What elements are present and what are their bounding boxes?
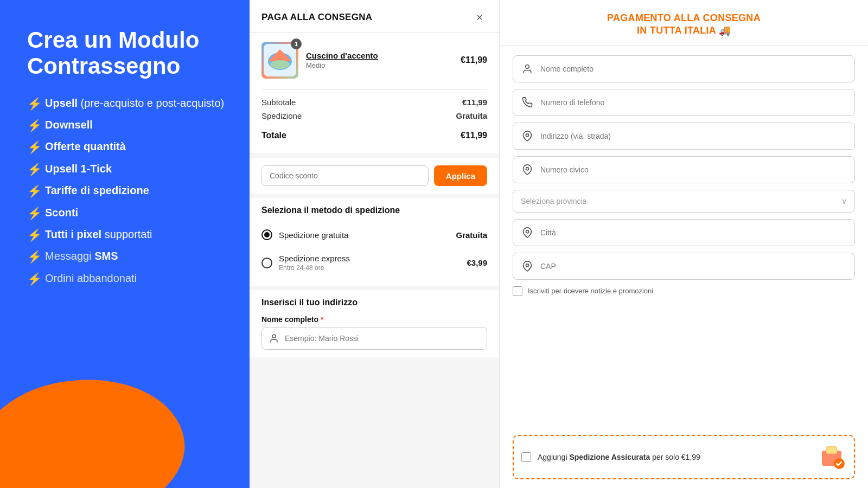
- shipping-option-express[interactable]: Spedizione express Entro 24-48 ore €3,99: [261, 247, 487, 278]
- product-row: 1 Cuscino d'accento Medio €11,99: [261, 42, 487, 79]
- bolt-icon: ⚡: [27, 184, 42, 198]
- orange-blob: [0, 363, 195, 488]
- right-panel: PAGAMENTO ALLA CONSEGNA IN TUTTA ITALIA …: [499, 0, 868, 488]
- phone-icon: [521, 96, 534, 109]
- right-header-title: PAGAMENTO ALLA CONSEGNA IN TUTTA ITALIA …: [513, 12, 855, 37]
- newsletter-label: Iscriviti per ricevere notizie e promozi…: [528, 287, 653, 295]
- totale-label: Totale: [261, 131, 286, 140]
- radio-express[interactable]: [261, 258, 272, 268]
- product-section: 1 Cuscino d'accento Medio €11,99 Subtota…: [250, 33, 499, 153]
- cap-input[interactable]: [540, 262, 847, 271]
- coupon-section: Applica: [250, 158, 499, 194]
- provincia-placeholder: Seleziona provincia: [521, 197, 586, 206]
- shipping-label-express: Spedizione express Entro 24-48 ore: [279, 254, 460, 272]
- subtotale-label: Subtotale: [261, 98, 296, 107]
- bolt-icon: ⚡: [27, 228, 42, 242]
- telefono-field[interactable]: [513, 89, 855, 116]
- product-info: Cuscino d'accento Medio: [306, 51, 453, 69]
- coupon-input[interactable]: [261, 165, 429, 186]
- feature-list: ⚡ Upsell (pre-acquisto e post-acquisto) …: [27, 97, 228, 294]
- required-marker: *: [321, 315, 323, 324]
- bolt-icon: ⚡: [27, 250, 42, 264]
- shipping-section: Seleziona il metodo di spedizione Spediz…: [250, 198, 499, 286]
- subtotale-row: Subtotale €11,99: [261, 98, 487, 107]
- center-panel: PAGA ALLA CONSEGNA × 1 Cuscino d'accento…: [250, 0, 499, 488]
- bolt-icon: ⚡: [27, 140, 42, 155]
- shipping-section-title: Seleziona il metodo di spedizione: [261, 206, 487, 215]
- newsletter-checkbox[interactable]: [513, 286, 522, 296]
- location-icon: [521, 130, 534, 143]
- svg-point-3: [270, 60, 290, 69]
- close-button[interactable]: ×: [472, 10, 487, 25]
- spedizione-value: Gratuita: [456, 111, 487, 120]
- insurance-text: Aggiungi Spedizione Assicurata per solo …: [538, 453, 813, 461]
- location-icon: [521, 163, 534, 176]
- coupon-apply-button[interactable]: Applica: [434, 165, 487, 186]
- left-panel: Crea un Modulo Contrassegno ⚡ Upsell (pr…: [0, 0, 250, 488]
- feature-offerte: ⚡ Offerte quantità: [27, 140, 228, 155]
- nome-field[interactable]: [513, 55, 855, 82]
- location-icon: [521, 260, 534, 273]
- feature-ordini: ⚡ Ordini abbandonati: [27, 272, 228, 286]
- insurance-checkbox[interactable]: [521, 452, 531, 462]
- bolt-icon: ⚡: [27, 97, 42, 111]
- svg-point-8: [526, 230, 529, 233]
- indirizzo-field[interactable]: [513, 123, 855, 150]
- civico-field[interactable]: [513, 156, 855, 183]
- person-icon: [269, 333, 279, 344]
- modal-title: PAGA ALLA CONSEGNA: [261, 12, 372, 23]
- svg-point-5: [526, 65, 529, 68]
- feature-upsell1tick: ⚡ Upsell 1-Tick: [27, 163, 228, 177]
- feature-sms: ⚡ Messaggi SMS: [27, 250, 228, 264]
- chevron-down-icon: ∨: [841, 197, 847, 206]
- person-icon: [521, 62, 534, 75]
- cap-field[interactable]: [513, 253, 855, 280]
- subtotale-value: €11,99: [462, 98, 487, 107]
- nome-label: Nome completo *: [261, 315, 487, 324]
- totale-row: Totale €11,99: [261, 125, 487, 140]
- product-image-wrap: 1: [261, 42, 298, 79]
- shipping-option-free[interactable]: Spedizione gratuita Gratuita: [261, 223, 487, 247]
- product-variant: Medio: [306, 61, 453, 69]
- feature-downsell: ⚡ Downsell: [27, 119, 228, 133]
- main-heading: Crea un Modulo Contrassegno: [27, 27, 228, 80]
- svg-point-9: [526, 264, 529, 267]
- radio-free[interactable]: [261, 229, 272, 240]
- totale-value: €11,99: [461, 131, 487, 140]
- bolt-icon: ⚡: [27, 119, 42, 133]
- shipping-label-free: Spedizione gratuita: [279, 230, 449, 240]
- feature-tariffe: ⚡ Tariffe di spedizione: [27, 184, 228, 198]
- feature-pixel: ⚡ Tutti i pixel supportati: [27, 228, 228, 242]
- bolt-icon: ⚡: [27, 207, 42, 221]
- nome-input-row[interactable]: [261, 327, 487, 350]
- totals-section: Subtotale €11,99 Spedizione Gratuita Tot…: [261, 89, 487, 140]
- spedizione-label: Spedizione: [261, 111, 302, 120]
- svg-point-4: [272, 335, 276, 338]
- bolt-icon: ⚡: [27, 163, 42, 177]
- nome-input[interactable]: [285, 334, 480, 343]
- spedizione-row: Spedizione Gratuita: [261, 111, 487, 120]
- location-icon: [521, 226, 534, 239]
- telefono-input[interactable]: [540, 98, 847, 107]
- product-price: €11,99: [461, 55, 487, 65]
- svg-point-7: [526, 168, 529, 170]
- bolt-icon: ⚡: [27, 272, 42, 286]
- insurance-icon: [819, 444, 846, 471]
- address-section-title: Inserisci il tuo indirizzo: [261, 298, 487, 307]
- feature-sconti: ⚡ Sconti: [27, 207, 228, 221]
- nome-completo-input[interactable]: [540, 65, 847, 73]
- citta-input[interactable]: [540, 228, 847, 237]
- citta-field[interactable]: [513, 219, 855, 246]
- insurance-banner[interactable]: Aggiungi Spedizione Assicurata per solo …: [513, 435, 855, 479]
- indirizzo-input[interactable]: [540, 132, 847, 140]
- civico-input[interactable]: [540, 165, 847, 174]
- provincia-select[interactable]: Seleziona provincia ∨: [513, 190, 855, 213]
- product-name: Cuscino d'accento: [306, 51, 453, 60]
- svg-point-6: [526, 134, 529, 137]
- right-form: Seleziona provincia ∨ Iscr: [500, 46, 868, 435]
- modal-header: PAGA ALLA CONSEGNA ×: [250, 0, 499, 33]
- newsletter-row[interactable]: Iscriviti per ricevere notizie e promozi…: [513, 286, 855, 296]
- feature-upsell: ⚡ Upsell (pre-acquisto e post-acquisto): [27, 97, 228, 111]
- product-badge: 1: [291, 38, 302, 49]
- address-section: Inserisci il tuo indirizzo Nome completo…: [250, 290, 499, 357]
